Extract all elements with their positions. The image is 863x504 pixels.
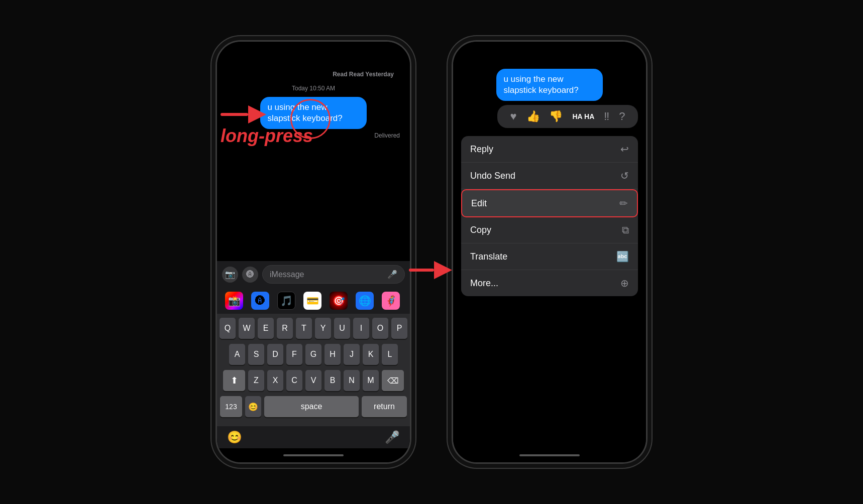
key-x[interactable]: X: [267, 370, 283, 391]
reaction-exclaim[interactable]: ‼: [604, 110, 609, 123]
messages-area-right: u using the new slapstick keyboard? ♥ 👍 …: [453, 64, 646, 448]
key-z[interactable]: Z: [248, 370, 264, 391]
menu-item-reply[interactable]: Reply ↩: [461, 136, 638, 163]
key-shift[interactable]: ⬆: [223, 370, 245, 391]
translate-icon: 🔤: [616, 250, 629, 263]
key-r[interactable]: R: [277, 318, 293, 339]
key-k[interactable]: K: [363, 344, 379, 365]
reaction-heart[interactable]: ♥: [510, 110, 516, 123]
photos-icon[interactable]: 📸: [225, 292, 243, 310]
key-i[interactable]: I: [353, 318, 369, 339]
messages-area-left: Read Read Yesterday Today 10:50 AM u usi…: [217, 64, 410, 261]
key-backspace[interactable]: ⌫: [382, 370, 404, 391]
home-bar: [283, 454, 344, 456]
key-m[interactable]: M: [363, 370, 379, 391]
key-row-2: A S D F G H J K L: [220, 344, 407, 365]
key-w[interactable]: W: [239, 318, 255, 339]
apps-button[interactable]: 🅐: [242, 267, 258, 283]
undo-send-icon: ↺: [620, 170, 629, 182]
key-t[interactable]: T: [296, 318, 312, 339]
left-phone: Read Read Yesterday Today 10:50 AM u usi…: [215, 40, 411, 464]
key-emoji[interactable]: 😊: [245, 396, 261, 417]
appstore-icon[interactable]: 🅐: [251, 292, 269, 310]
right-message-container: u using the new slapstick keyboard?: [496, 69, 638, 101]
key-d[interactable]: D: [267, 344, 283, 365]
key-n[interactable]: N: [344, 370, 360, 391]
right-arrow-head: [434, 261, 452, 279]
cash-icon[interactable]: 💳: [303, 292, 321, 310]
key-j[interactable]: J: [344, 344, 360, 365]
key-return[interactable]: return: [362, 396, 407, 417]
input-bar: 📷 🅐 iMessage 🎤: [217, 261, 410, 288]
key-p[interactable]: P: [391, 318, 407, 339]
copy-label: Copy: [470, 225, 491, 235]
key-f[interactable]: F: [286, 344, 302, 365]
key-h[interactable]: H: [325, 344, 341, 365]
reaction-thumbsup[interactable]: 👍: [526, 110, 540, 123]
read-status: Read Read Yesterday: [225, 69, 402, 80]
reply-icon: ↩: [620, 143, 629, 155]
key-a[interactable]: A: [229, 344, 245, 365]
right-phone: u using the new slapstick keyboard? ♥ 👍 …: [452, 40, 648, 464]
home-bar-right: [519, 454, 580, 456]
more-label: More...: [470, 278, 498, 289]
emoji-icon[interactable]: 😊: [227, 430, 242, 444]
microphone-icon: 🎤: [387, 270, 397, 279]
key-o[interactable]: O: [372, 318, 388, 339]
browser-icon[interactable]: 🌐: [356, 292, 374, 310]
key-space[interactable]: space: [264, 396, 359, 417]
key-u[interactable]: U: [334, 318, 350, 339]
voice-icon[interactable]: 🎵: [277, 292, 295, 310]
key-s[interactable]: S: [248, 344, 264, 365]
menu-item-undo-send[interactable]: Undo Send ↺: [461, 163, 638, 189]
message-text-left: u using the new slapstick keyboard?: [267, 102, 342, 123]
app-row: 📸 🅐 🎵 💳 🎯 🌐 🦸: [217, 288, 410, 314]
copy-icon: ⧉: [622, 224, 629, 236]
reaction-bar-container: ♥ 👍 👎 HA HA ‼ ?: [497, 105, 638, 131]
key-l[interactable]: L: [382, 344, 398, 365]
input-placeholder: iMessage: [270, 270, 304, 279]
key-q[interactable]: Q: [220, 318, 236, 339]
menu-item-translate[interactable]: Translate 🔤: [461, 243, 638, 270]
more-icon: ⊕: [620, 277, 629, 289]
notch-right: [519, 42, 580, 56]
key-row-bottom: 123 😊 space return: [220, 396, 407, 417]
reaction-bar[interactable]: ♥ 👍 👎 HA HA ‼ ?: [497, 105, 638, 128]
reaction-question[interactable]: ?: [619, 110, 625, 123]
key-y[interactable]: Y: [315, 318, 331, 339]
message-bubble-right[interactable]: u using the new slapstick keyboard?: [496, 69, 602, 101]
message-bubble-left[interactable]: u using the new slapstick keyboard?: [260, 97, 366, 129]
notch: [283, 42, 344, 56]
keyboard: Q W E R T Y U I O P A S D: [217, 314, 410, 426]
message-container: u using the new slapstick keyboard?: [260, 97, 402, 129]
edit-icon: ✏: [619, 197, 628, 209]
menu-item-edit[interactable]: Edit ✏: [461, 189, 638, 217]
key-c[interactable]: C: [286, 370, 302, 391]
reply-label: Reply: [470, 144, 493, 155]
reaction-haha[interactable]: HA HA: [572, 112, 594, 120]
key-b[interactable]: B: [325, 370, 341, 391]
menu-item-more[interactable]: More... ⊕: [461, 270, 638, 296]
home-indicator-right: [453, 448, 646, 462]
microphone-bottom-icon[interactable]: 🎤: [385, 430, 400, 444]
home-indicator: [217, 448, 410, 462]
menu-item-copy[interactable]: Copy ⧉: [461, 217, 638, 243]
edit-label: Edit: [471, 198, 487, 209]
imessage-input[interactable]: iMessage 🎤: [262, 265, 405, 284]
key-numbers[interactable]: 123: [220, 396, 242, 417]
memoji-icon[interactable]: 🦸: [382, 292, 400, 310]
phones-wrapper: Read Read Yesterday Today 10:50 AM u usi…: [215, 40, 648, 464]
right-arrow-annotation: [409, 261, 452, 279]
camera-button[interactable]: 📷: [222, 267, 238, 283]
context-menu: Reply ↩ Undo Send ↺ Edit ✏ Copy: [461, 136, 638, 296]
reaction-thumbsdown[interactable]: 👎: [549, 110, 563, 123]
key-g[interactable]: G: [305, 344, 321, 365]
undo-send-label: Undo Send: [470, 171, 515, 181]
key-e[interactable]: E: [258, 318, 274, 339]
right-arrow-shaft: [409, 269, 434, 272]
right-phone-container: u using the new slapstick keyboard? ♥ 👍 …: [452, 40, 648, 464]
key-v[interactable]: V: [305, 370, 321, 391]
fitness-icon[interactable]: 🎯: [330, 292, 348, 310]
left-phone-inner: Read Read Yesterday Today 10:50 AM u usi…: [217, 42, 410, 462]
left-phone-container: Read Read Yesterday Today 10:50 AM u usi…: [215, 40, 411, 464]
